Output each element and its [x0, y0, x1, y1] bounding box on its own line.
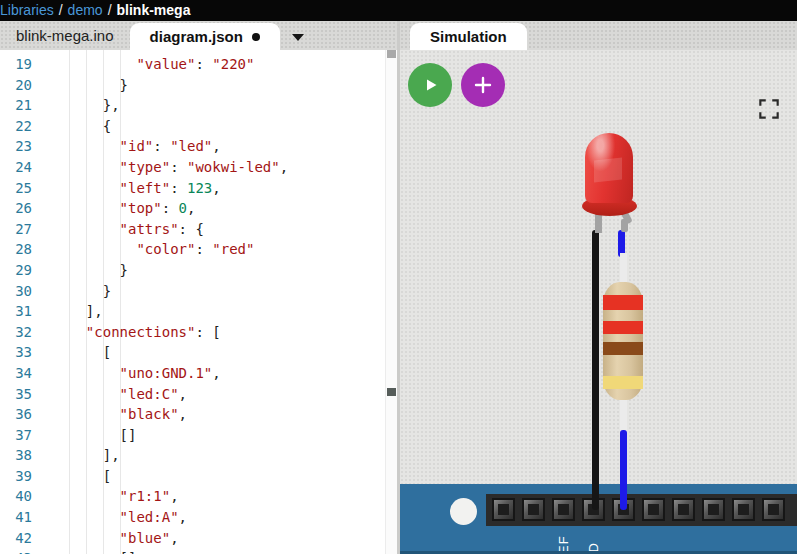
led-part[interactable]	[585, 133, 633, 203]
code-text: ],	[32, 445, 120, 466]
tab-simulation[interactable]: Simulation	[410, 23, 527, 50]
code-text: [	[32, 466, 111, 487]
code-line[interactable]: 23 "id": "led",	[0, 136, 397, 157]
code-line[interactable]: 26 "top": 0,	[0, 198, 397, 219]
mounting-hole	[450, 498, 477, 525]
line-number: 25	[0, 178, 32, 199]
code-line[interactable]: 33 [	[0, 342, 397, 363]
code-line[interactable]: 35 "led:C",	[0, 384, 397, 405]
breadcrumb-separator: /	[103, 0, 117, 21]
code-text: "led:A",	[32, 507, 187, 528]
breadcrumb-current-project: blink-mega	[117, 0, 191, 21]
line-number: 23	[0, 136, 32, 157]
breadcrumb: Libraries / demo / blink-mega	[0, 0, 797, 21]
code-line[interactable]: 37 []	[0, 425, 397, 446]
line-number: 27	[0, 219, 32, 240]
simulation-canvas[interactable]: AREFGND1312111098	[400, 50, 797, 554]
fullscreen-button[interactable]	[755, 95, 783, 123]
code-text: }	[32, 281, 111, 302]
pin-header	[486, 494, 797, 526]
tab-diagram-json[interactable]: diagram.json	[130, 23, 280, 50]
line-number: 37	[0, 425, 32, 446]
code-text: },	[32, 95, 120, 116]
tab-blink-mega-ino[interactable]: blink-mega.ino	[0, 21, 130, 50]
resistor-band	[603, 321, 643, 334]
line-number: 34	[0, 363, 32, 384]
pin-socket[interactable]	[552, 498, 575, 521]
code-text: "value": "220"	[32, 54, 254, 75]
code-text: "connections": [	[32, 322, 221, 343]
code-editor[interactable]: 19 "value": "220"20 }21 },22 {23 "id": "…	[0, 50, 397, 554]
code-line[interactable]: 42 "blue",	[0, 528, 397, 549]
line-number: 31	[0, 301, 32, 322]
code-line[interactable]: 20 }	[0, 75, 397, 96]
code-line[interactable]: 43 []	[0, 548, 397, 554]
line-number: 42	[0, 528, 32, 549]
line-number: 33	[0, 342, 32, 363]
pin-socket[interactable]	[702, 498, 725, 521]
wokwi-app: Libraries / demo / blink-mega blink-mega…	[0, 0, 797, 554]
pin-socket[interactable]	[672, 498, 695, 521]
line-number: 26	[0, 198, 32, 219]
line-number: 29	[0, 260, 32, 281]
code-text: []	[32, 548, 136, 554]
code-text: "uno:GND.1",	[32, 363, 221, 384]
play-button[interactable]	[408, 63, 452, 107]
simulation-tabbar: Simulation	[400, 21, 797, 50]
code-line[interactable]: 34 "uno:GND.1",	[0, 363, 397, 384]
code-line[interactable]: 28 "color": "red"	[0, 239, 397, 260]
code-line[interactable]: 29 }	[0, 260, 397, 281]
simulation-panel: Simulation	[400, 21, 797, 554]
code-line[interactable]: 30 }	[0, 281, 397, 302]
code-text: ],	[32, 301, 103, 322]
code-line[interactable]: 38 ],	[0, 445, 397, 466]
line-number: 40	[0, 486, 32, 507]
add-part-button[interactable]	[461, 63, 505, 107]
code-line[interactable]: 31 ],	[0, 301, 397, 322]
code-text: "top": 0,	[32, 198, 195, 219]
pin-socket[interactable]	[642, 498, 665, 521]
code-lines: 19 "value": "220"20 }21 },22 {23 "id": "…	[0, 50, 397, 554]
line-number: 21	[0, 95, 32, 116]
code-line[interactable]: 24 "type": "wokwi-led",	[0, 157, 397, 178]
line-number: 39	[0, 466, 32, 487]
code-line[interactable]: 32 "connections": [	[0, 322, 397, 343]
resistor-band	[603, 342, 643, 355]
code-text: "color": "red"	[32, 239, 254, 260]
code-line[interactable]: 40 "r1:1",	[0, 486, 397, 507]
code-line[interactable]: 27 "attrs": {	[0, 219, 397, 240]
pin-socket[interactable]	[522, 498, 545, 521]
code-line[interactable]: 21 },	[0, 95, 397, 116]
code-line[interactable]: 22 {	[0, 116, 397, 137]
wire-black-gnd[interactable]	[592, 230, 599, 510]
code-line[interactable]: 25 "left": 123,	[0, 178, 397, 199]
code-text: "type": "wokwi-led",	[32, 157, 288, 178]
line-number: 36	[0, 404, 32, 425]
code-line[interactable]: 36 "black",	[0, 404, 397, 425]
play-icon	[418, 73, 442, 97]
code-text: [	[32, 342, 111, 363]
line-number: 19	[0, 54, 32, 75]
pin-socket[interactable]	[492, 498, 515, 521]
line-number: 28	[0, 239, 32, 260]
line-number: 35	[0, 384, 32, 405]
scrollbar-marker	[387, 388, 396, 396]
breadcrumb-link-demo[interactable]: demo	[68, 0, 103, 21]
modified-dot-icon	[252, 33, 260, 41]
code-text: "led:C",	[32, 384, 187, 405]
editor-scrollbar[interactable]	[385, 50, 397, 554]
resistor-band	[603, 295, 643, 310]
breadcrumb-separator: /	[54, 0, 68, 21]
resistor-part[interactable]	[603, 282, 643, 400]
tab-label: diagram.json	[150, 28, 243, 45]
code-line[interactable]: 39 [	[0, 466, 397, 487]
line-number: 22	[0, 116, 32, 137]
breadcrumb-link-libraries[interactable]: Libraries	[0, 0, 54, 21]
wire-blue-pin13[interactable]	[620, 430, 627, 510]
pin-socket[interactable]	[762, 498, 785, 521]
code-line[interactable]: 41 "led:A",	[0, 507, 397, 528]
chevron-down-icon[interactable]	[292, 34, 304, 41]
code-line[interactable]: 19 "value": "220"	[0, 54, 397, 75]
pin-socket[interactable]	[732, 498, 755, 521]
line-number: 38	[0, 445, 32, 466]
